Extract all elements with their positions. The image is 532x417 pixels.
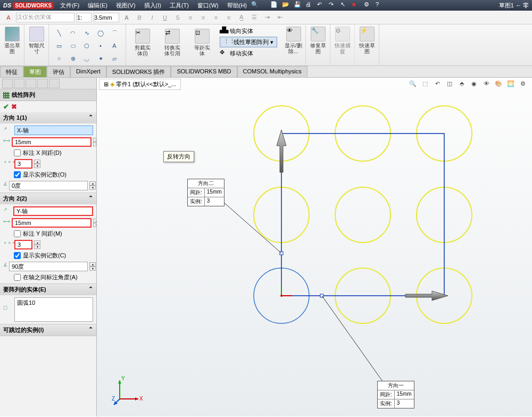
arc3-icon[interactable]: ◡: [81, 53, 93, 64]
graphics-area[interactable]: ⊞ ◈ 零件1 (默认<<默认>_... 🔍 ⬚ ↶ ◫ ⬘ ◉ 👁 🎨 🌅 ⚙: [97, 78, 532, 416]
tab-comsol[interactable]: COMSOL Multiphysics: [237, 66, 307, 77]
strike-icon[interactable]: S: [172, 12, 183, 23]
spin-up[interactable]: ▴: [93, 219, 97, 223]
dir2-axis-input[interactable]: [13, 206, 93, 216]
property-tab[interactable]: [14, 79, 24, 88]
dir1-count-input[interactable]: [14, 159, 32, 169]
reverse-dir2-icon[interactable]: ↗: [3, 207, 12, 215]
menu-tools[interactable]: 工具(T): [170, 2, 189, 10]
offset-button[interactable]: ⊡ 等距实体: [190, 27, 214, 63]
valign-top-icon[interactable]: ≡: [223, 12, 234, 23]
outdent-icon[interactable]: ⇤: [275, 12, 285, 23]
spin-down[interactable]: ▾: [34, 245, 40, 249]
rebuild-icon[interactable]: ■: [352, 1, 361, 10]
display-button[interactable]: 👁 显示/删除...: [281, 24, 306, 65]
c1-spacing-val[interactable]: 15mm: [395, 390, 414, 399]
open-icon[interactable]: 📂: [282, 1, 290, 10]
save-icon[interactable]: 💾: [294, 1, 302, 10]
text-icon[interactable]: A: [109, 40, 120, 51]
fillet-icon[interactable]: ⌒: [109, 28, 120, 38]
feature-tree-tab[interactable]: [2, 79, 13, 88]
print-icon[interactable]: 🖨: [305, 1, 314, 10]
menu-window[interactable]: 窗口(W): [197, 2, 219, 10]
callout-direction2[interactable]: 方向二 间距:15mm 实例:3: [187, 179, 225, 206]
indent-icon[interactable]: ⇥: [262, 12, 272, 23]
menu-edit[interactable]: 编辑(E): [88, 2, 107, 10]
show-count1-checkbox[interactable]: [14, 171, 21, 178]
spin-up[interactable]: ▴: [34, 240, 40, 245]
point-icon[interactable]: •: [95, 40, 106, 51]
c1-count-val[interactable]: 3: [395, 399, 413, 408]
quicksnap-button[interactable]: ⊙ 快速捕捉: [330, 24, 355, 65]
color-icon[interactable]: A̲: [236, 12, 247, 23]
tab-dimxpert[interactable]: DimXpert: [70, 66, 106, 77]
dir2-angle-input[interactable]: [9, 262, 88, 271]
menu-insert[interactable]: 插入(I): [144, 2, 161, 10]
spline-icon[interactable]: ∿: [81, 28, 93, 38]
underline-icon[interactable]: U: [160, 12, 170, 23]
spin-up[interactable]: ▴: [89, 262, 96, 266]
dir2-count-input[interactable]: [14, 240, 32, 249]
font-size-select[interactable]: [77, 13, 92, 22]
trim-button[interactable]: ✂ 剪裁实体(I): [130, 27, 155, 63]
line-icon[interactable]: ╲: [53, 28, 65, 38]
between-axes-checkbox[interactable]: [14, 274, 21, 281]
mirror-button[interactable]: ▟▙镜向实体: [220, 27, 277, 35]
spin-down[interactable]: ▾: [93, 223, 97, 227]
rapid-button[interactable]: ⚡ 快速草图: [355, 24, 379, 65]
skip-header[interactable]: 可跳过的实例(I)⌃: [0, 324, 96, 336]
axis-triad[interactable]: X Y Z: [112, 375, 144, 407]
search-icon[interactable]: 🔍: [251, 1, 260, 10]
convert-button[interactable]: ⇄ 转换实体引用: [160, 27, 185, 63]
menu-help[interactable]: 帮助(H): [227, 2, 247, 10]
direction2-header[interactable]: 方向 2(2)⌃: [0, 193, 96, 204]
spin-down[interactable]: ▾: [89, 266, 96, 271]
ellipse-tool-icon[interactable]: ◯: [95, 28, 106, 38]
italic-icon[interactable]: B: [134, 12, 145, 23]
italic2-icon[interactable]: I: [147, 12, 157, 23]
dir1-spacing-input[interactable]: [12, 137, 92, 147]
misc-icon[interactable]: ✦: [95, 53, 106, 64]
config-tab[interactable]: [26, 79, 36, 88]
dim-tab[interactable]: [37, 79, 48, 88]
bold-icon[interactable]: A: [121, 12, 132, 23]
menu-view[interactable]: 视图(V): [116, 2, 136, 10]
spin-up[interactable]: ▴: [93, 138, 97, 142]
polygon-icon[interactable]: ⬡: [81, 40, 93, 51]
cancel-button[interactable]: ✖: [11, 103, 17, 111]
ok-button[interactable]: ✔: [3, 103, 9, 111]
callout-direction1[interactable]: 方向一 间距:15mm 实例:3: [377, 381, 414, 408]
linear-pattern-dropdown[interactable]: ⋮⋮⋮线性草图阵列 ▾: [220, 37, 277, 47]
dir1-angle-input[interactable]: [9, 181, 88, 190]
repair-button[interactable]: 🔧 修复草图: [306, 24, 330, 65]
new-icon[interactable]: 📄: [270, 1, 279, 10]
tab-swaddin[interactable]: SOLIDWORKS 插件: [106, 66, 171, 77]
move-button[interactable]: ✥移动实体: [220, 49, 277, 57]
circle-icon[interactable]: ○: [53, 53, 65, 64]
exit-sketch-button[interactable]: 退出草图: [0, 24, 24, 65]
tab-swmbd[interactable]: SOLIDWORKS MBD: [171, 66, 237, 77]
tab-sketch[interactable]: 草图: [23, 66, 47, 77]
tab-feature[interactable]: 特征: [0, 66, 23, 77]
font-select[interactable]: [16, 13, 74, 22]
show-count2-checkbox[interactable]: [14, 252, 21, 259]
direction1-header[interactable]: 方向 1(1)⌃: [0, 112, 96, 123]
help-icon[interactable]: ?: [376, 1, 384, 10]
smart-dimension-button[interactable]: 智能尺寸: [24, 24, 49, 65]
menu-file[interactable]: 文件(F): [60, 2, 79, 10]
list-icon[interactable]: ☰: [249, 12, 260, 23]
select-icon[interactable]: ↖: [340, 1, 349, 10]
spin-down[interactable]: ▾: [93, 142, 97, 146]
slot-icon[interactable]: ⬭: [67, 40, 79, 51]
align-center-icon[interactable]: ≡: [198, 12, 209, 23]
entities-header[interactable]: 要阵列的实体(E)⌃: [0, 284, 96, 295]
centerline-icon[interactable]: ⊕: [67, 53, 79, 64]
entities-list[interactable]: 圆弧10: [14, 297, 93, 322]
plane-icon[interactable]: ▱: [109, 53, 120, 64]
undo-icon[interactable]: ↶: [317, 1, 326, 10]
rect-icon[interactable]: ▭: [53, 40, 65, 51]
dir1-axis-input[interactable]: [14, 126, 93, 135]
align-right-icon[interactable]: ≡: [211, 12, 221, 23]
reverse-dir1-icon[interactable]: ↗: [3, 126, 13, 135]
font-height[interactable]: [94, 13, 119, 22]
